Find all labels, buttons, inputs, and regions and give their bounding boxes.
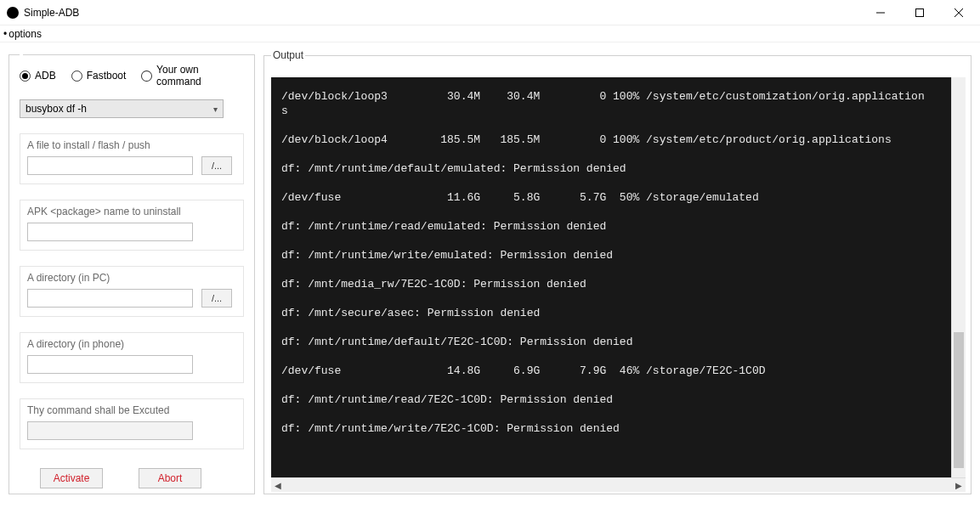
activate-button[interactable]: Activate bbox=[40, 468, 103, 488]
abort-button[interactable]: Abort bbox=[139, 468, 201, 488]
controls-panel: ADB Fastboot Your own command busybox df… bbox=[8, 54, 255, 494]
group-dir-phone: A directory (in phone) bbox=[20, 332, 244, 383]
radio-icon bbox=[141, 71, 152, 82]
command-select-value: busybox df -h bbox=[25, 103, 87, 115]
dir-pc-browse-button[interactable]: /... bbox=[201, 289, 232, 308]
titlebar: Simple-ADB bbox=[0, 0, 980, 25]
output-terminal[interactable]: /dev/block/loop3 30.4M 30.4M 0 100% /sys… bbox=[271, 77, 966, 492]
group-label: A file to install / flash / push bbox=[27, 139, 236, 151]
uninstall-package-input[interactable] bbox=[27, 223, 193, 241]
menubar: • options bbox=[0, 25, 980, 42]
maximize-button[interactable] bbox=[900, 0, 939, 25]
dir-phone-input[interactable] bbox=[27, 355, 193, 374]
menu-options[interactable]: options bbox=[8, 28, 42, 40]
browse-label: /... bbox=[212, 293, 222, 303]
chevron-down-icon: ▾ bbox=[213, 104, 218, 114]
scrollbar-thumb[interactable] bbox=[954, 332, 964, 468]
bullet-icon: • bbox=[3, 28, 7, 40]
horizontal-scrollbar[interactable]: ◀ ▶ bbox=[271, 477, 966, 492]
close-button[interactable] bbox=[939, 0, 978, 25]
group-install: A file to install / flash / push /... bbox=[20, 133, 244, 184]
mode-radio-fastboot[interactable]: Fastboot bbox=[71, 70, 127, 82]
dir-pc-input[interactable] bbox=[27, 289, 193, 308]
radio-icon bbox=[20, 71, 31, 82]
close-icon bbox=[955, 8, 963, 17]
browse-label: /... bbox=[212, 161, 222, 171]
app-icon bbox=[7, 7, 19, 19]
custom-command-input[interactable] bbox=[27, 421, 193, 440]
maximize-icon bbox=[915, 8, 924, 17]
radio-icon bbox=[71, 71, 82, 82]
command-select[interactable]: busybox df -h ▾ bbox=[20, 99, 224, 118]
install-browse-button[interactable]: /... bbox=[201, 156, 232, 175]
radio-label: Fastboot bbox=[87, 70, 127, 82]
minimize-icon bbox=[876, 8, 885, 17]
group-uninstall: APK <package> name to uninstall bbox=[20, 200, 244, 251]
button-label: Activate bbox=[54, 472, 90, 484]
install-path-input[interactable] bbox=[27, 156, 193, 175]
vertical-scrollbar[interactable] bbox=[951, 77, 966, 477]
group-label: A directory (in PC) bbox=[27, 272, 236, 284]
group-label: Thy command shall be Excuted bbox=[27, 404, 236, 416]
scroll-left-icon[interactable]: ◀ bbox=[275, 481, 281, 490]
output-panel: Output /dev/block/loop3 30.4M 30.4M 0 10… bbox=[263, 49, 972, 494]
svg-rect-1 bbox=[916, 8, 924, 16]
group-dir-pc: A directory (in PC) /... bbox=[20, 266, 244, 317]
scroll-right-icon[interactable]: ▶ bbox=[955, 481, 962, 490]
output-legend: Output bbox=[271, 49, 305, 61]
radio-label: ADB bbox=[35, 70, 56, 82]
group-label: A directory (in phone) bbox=[27, 338, 236, 350]
mode-radio-group: ADB Fastboot Your own command bbox=[20, 64, 244, 87]
window-title: Simple-ADB bbox=[24, 7, 79, 19]
group-custom-command: Thy command shall be Excuted bbox=[20, 398, 244, 449]
mode-radio-own[interactable]: Your own command bbox=[141, 64, 244, 87]
radio-label: Your own command bbox=[156, 64, 244, 87]
group-label: APK <package> name to uninstall bbox=[27, 206, 236, 217]
mode-radio-adb[interactable]: ADB bbox=[20, 70, 56, 82]
minimize-button[interactable] bbox=[861, 0, 900, 25]
button-label: Abort bbox=[158, 472, 183, 484]
